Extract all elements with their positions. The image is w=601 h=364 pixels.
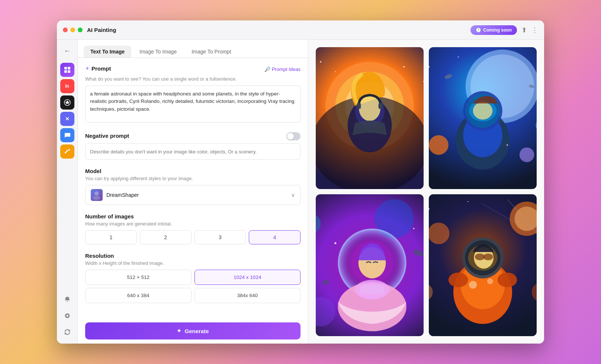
generated-image-3[interactable] (316, 194, 424, 336)
model-selected: DreamShaper (91, 189, 139, 201)
model-thumbnail (91, 189, 103, 201)
prompt-title: ✦ Prompt (85, 65, 111, 72)
clock-icon: 🕐 (476, 27, 481, 33)
svg-point-82 (467, 201, 469, 202)
search-icon: 🔎 (264, 66, 270, 72)
svg-point-72 (498, 273, 517, 287)
prompt-section: ✦ Prompt 🔎 Prompt Ideas What do you want… (85, 65, 300, 124)
svg-point-70 (487, 279, 493, 285)
svg-point-7 (93, 196, 100, 200)
res-btn-1024[interactable]: 1024 x 1024 (195, 270, 301, 285)
close-button[interactable] (63, 27, 68, 32)
res-btn-384[interactable]: 384x 640 (195, 288, 301, 303)
generate-button[interactable]: ✦ Generate (85, 322, 300, 339)
svg-point-18 (320, 61, 321, 63)
svg-point-41 (458, 56, 459, 58)
more-options-icon[interactable]: ⋮ (531, 26, 538, 34)
num-images-title: Number of images (85, 213, 300, 220)
app-title: AI Painting (87, 27, 116, 33)
model-name: DreamShaper (106, 192, 139, 198)
model-section: Model You can try applying different sty… (85, 168, 300, 205)
svg-point-6 (94, 191, 99, 196)
sparkle-icon: ✦ (85, 66, 89, 71)
traffic-lights (63, 27, 83, 32)
res-btn-640[interactable]: 640 x 384 (85, 288, 192, 303)
svg-rect-0 (64, 67, 67, 69)
toggle-knob (287, 133, 294, 140)
num-images-desc: How many images are generated intotal. (85, 221, 300, 227)
resolution-desc: Width x Height of the finished image. (85, 260, 300, 266)
sidebar-notification-icon[interactable] (60, 292, 74, 306)
negative-prompt-section: Negative prompt (85, 132, 300, 160)
generated-image-4[interactable] (429, 194, 537, 336)
svg-rect-2 (64, 70, 67, 73)
model-dropdown[interactable]: DreamShaper ∨ (85, 185, 300, 205)
tab-text-to-image[interactable]: Text To Image (84, 46, 131, 58)
negative-prompt-title: Negative prompt (85, 133, 129, 139)
resolution-title: Resolution (85, 253, 300, 259)
svg-point-20 (403, 66, 405, 68)
res-btn-512[interactable]: 512 × 512 (85, 270, 192, 285)
negative-prompt-header: Negative prompt (85, 132, 300, 140)
sidebar-refresh-icon[interactable] (60, 325, 74, 339)
sidebar-item-adobe[interactable]: In (60, 79, 74, 93)
tab-image-to-prompt[interactable]: Image To Prompt (185, 46, 238, 58)
negative-prompt-toggle[interactable] (286, 132, 300, 140)
sidebar-item-grid[interactable] (60, 63, 74, 77)
sidebar-back-button[interactable]: ← (61, 44, 74, 58)
prompt-description: What do you want to see? You can use a s… (85, 76, 300, 82)
num-btn-2[interactable]: 2 (140, 230, 192, 244)
generated-image-1[interactable] (316, 47, 424, 189)
svg-point-62 (429, 222, 449, 244)
resolution-grid: 512 × 512 1024 x 1024 640 x 384 384x 640 (85, 270, 300, 303)
titlebar-actions: 🕐 Coming soon ⬆ ⋮ (470, 25, 538, 35)
svg-point-55 (413, 228, 415, 229)
sidebar: ← In ✕ (57, 40, 78, 344)
resolution-section: Resolution Width x Height of the finishe… (85, 253, 300, 303)
svg-rect-1 (68, 67, 70, 69)
svg-point-54 (334, 242, 336, 244)
svg-rect-16 (357, 103, 361, 109)
svg-point-19 (335, 71, 336, 72)
sidebar-item-chat[interactable] (60, 128, 74, 142)
svg-rect-3 (68, 70, 70, 73)
svg-rect-17 (379, 103, 383, 109)
generate-star-icon: ✦ (177, 328, 181, 334)
tabs: Text To Image Image To Image Image To Pr… (78, 40, 308, 58)
prompt-textarea[interactable]: a female astronaut in space with headpho… (85, 85, 300, 123)
generated-image-2[interactable] (429, 47, 537, 189)
svg-point-39 (473, 102, 493, 120)
svg-point-69 (469, 281, 477, 289)
model-title: Model (85, 168, 300, 174)
minimize-button[interactable] (70, 27, 75, 32)
sidebar-settings-icon[interactable] (60, 309, 74, 323)
svg-point-80 (483, 253, 493, 260)
fullscreen-button[interactable] (78, 27, 83, 32)
num-btn-1[interactable]: 1 (85, 230, 137, 244)
svg-point-71 (449, 273, 468, 287)
sidebar-bottom (60, 292, 74, 339)
svg-point-15 (359, 95, 380, 121)
num-btn-4[interactable]: 4 (249, 230, 300, 244)
panel-content: ✦ Prompt 🔎 Prompt Ideas What do you want… (78, 58, 308, 319)
sidebar-item-openai[interactable] (60, 95, 74, 110)
num-images-grid: 1 2 3 4 (85, 230, 300, 244)
share-icon[interactable]: ⬆ (521, 26, 527, 34)
titlebar: AI Painting 🕐 Coming soon ⬆ ⋮ (57, 20, 544, 40)
sidebar-item-tools[interactable] (60, 144, 74, 159)
num-btn-3[interactable]: 3 (195, 230, 246, 244)
left-panel: Text To Image Image To Image Image To Pr… (78, 40, 308, 344)
prompt-header: ✦ Prompt 🔎 Prompt Ideas (85, 65, 300, 73)
model-description: You can try applying different styles to… (85, 176, 300, 181)
svg-point-52 (355, 280, 389, 300)
chevron-down-icon: ∨ (291, 192, 295, 198)
num-images-section: Number of images How many images are gen… (85, 213, 300, 244)
prompt-ideas-link[interactable]: 🔎 Prompt Ideas (264, 66, 300, 72)
svg-point-28 (520, 147, 534, 162)
svg-point-42 (507, 144, 508, 146)
tab-image-to-image[interactable]: Image To Image (133, 46, 183, 58)
image-gallery (308, 40, 544, 344)
sidebar-item-xmind[interactable]: ✕ (60, 112, 74, 126)
negative-prompt-input[interactable] (85, 143, 300, 160)
coming-soon-badge: 🕐 Coming soon (470, 25, 517, 35)
